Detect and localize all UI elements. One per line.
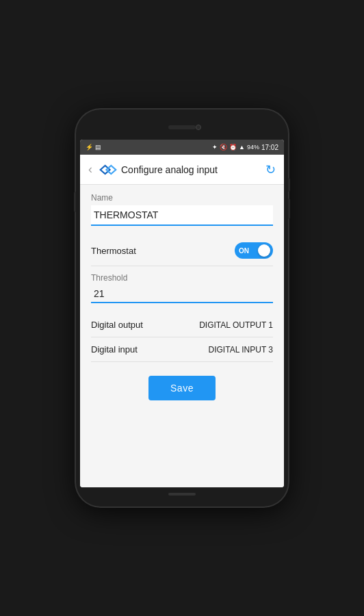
power-button-bottom	[288, 198, 290, 219]
thermostat-toggle[interactable]: ON	[235, 242, 273, 259]
toggle-state-label: ON	[239, 247, 249, 255]
app-logo-icon	[99, 163, 117, 177]
digital-input-value: DIGITAL INPUT 3	[209, 345, 273, 355]
phone-top-bezel	[80, 118, 284, 137]
content-area: Name Thermostat ON Threshold	[80, 185, 284, 487]
name-field-group: Name	[91, 193, 273, 226]
threshold-input[interactable]	[91, 285, 273, 303]
time-display: 17:02	[261, 144, 278, 151]
digital-output-row: Digital output DIGITAL OUTPUT 1	[91, 313, 273, 337]
thermostat-label: Thermostat	[91, 246, 136, 256]
name-label: Name	[91, 193, 273, 203]
digital-output-label: Digital output	[91, 320, 143, 330]
app-bar: ‹ Configure analog input ↻	[80, 155, 284, 185]
usb-icon: ⚡	[86, 144, 93, 151]
save-button[interactable]: Save	[148, 376, 216, 400]
mute-icon: 🔇	[220, 144, 227, 151]
toggle-knob	[258, 244, 270, 257]
digital-input-row: Digital input DIGITAL INPUT 3	[91, 337, 273, 362]
app-bar-title: Configure analog input	[121, 164, 259, 175]
power-button-top	[288, 178, 290, 192]
threshold-field-group: Threshold	[91, 273, 273, 303]
save-button-wrapper: Save	[91, 376, 273, 400]
sim-icon: ▤	[95, 144, 101, 151]
digital-output-value: DIGITAL OUTPUT 1	[199, 320, 273, 330]
signal-icon: ▲	[239, 144, 245, 151]
name-input[interactable]	[91, 205, 273, 226]
battery-status: 94%	[247, 144, 259, 151]
status-left-icons: ⚡ ▤	[86, 144, 101, 151]
volume-button	[74, 192, 76, 212]
thermostat-row: Thermostat ON	[91, 235, 273, 266]
bluetooth-icon: ✦	[212, 144, 218, 151]
back-button[interactable]: ‹	[86, 159, 95, 179]
alarm-icon: ⏰	[229, 144, 237, 151]
status-bar: ⚡ ▤ ✦ 🔇 ⏰ ▲ 94% 17:02	[80, 140, 284, 155]
digital-input-label: Digital input	[91, 344, 138, 355]
bottom-bar	[168, 493, 196, 496]
phone-frame: ⚡ ▤ ✦ 🔇 ⏰ ▲ 94% 17:02 ‹ Configure analog…	[76, 110, 288, 506]
phone-screen: ⚡ ▤ ✦ 🔇 ⏰ ▲ 94% 17:02 ‹ Configure analog…	[80, 140, 284, 487]
speaker	[168, 125, 196, 129]
camera	[196, 125, 201, 130]
threshold-label: Threshold	[91, 273, 273, 283]
status-right-info: ✦ 🔇 ⏰ ▲ 94% 17:02	[212, 144, 278, 151]
refresh-button[interactable]: ↻	[263, 159, 278, 180]
